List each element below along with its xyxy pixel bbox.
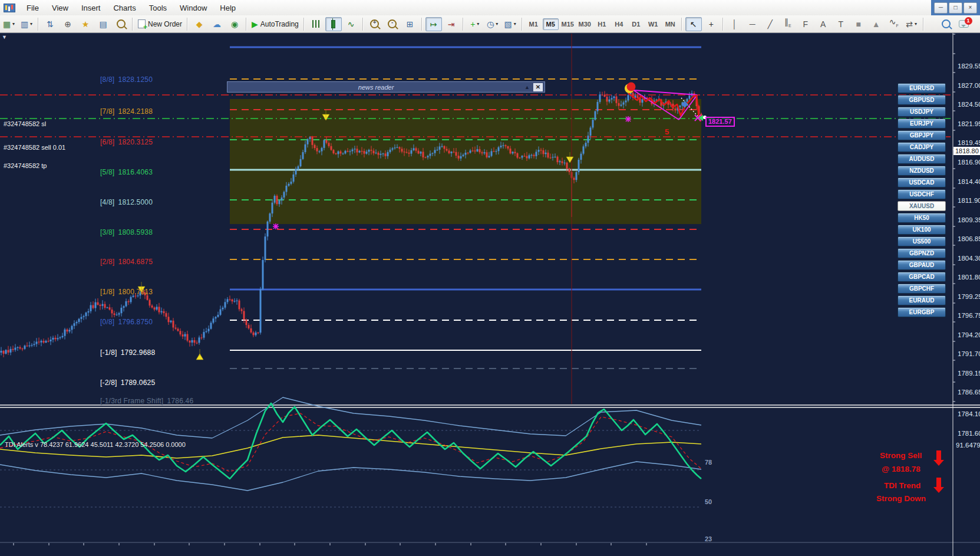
symbol-button-cadjpy[interactable]: CADJPY [897, 142, 946, 152]
horizontal-line-tool[interactable]: ─ [744, 17, 761, 31]
tile-windows-button[interactable]: ⊞ [402, 17, 418, 31]
symbol-button-uk100[interactable]: UK100 [897, 225, 946, 235]
cursor-tool[interactable]: ↖ [685, 17, 702, 31]
menu-charts[interactable]: Charts [107, 1, 142, 15]
data-window-button[interactable]: ⊕ [60, 17, 76, 31]
timeframe-h4[interactable]: H4 [611, 18, 627, 30]
notifications-button[interactable]: 1 [955, 17, 972, 31]
equidistant-channel-tool[interactable]: ∥E [780, 17, 796, 31]
menu-help[interactable]: Help [213, 1, 242, 15]
window-controls: ─□× [931, 0, 980, 15]
menu-tools[interactable]: Tools [143, 1, 173, 15]
chart-shift-button[interactable]: ⇥ [443, 17, 460, 31]
community-button[interactable]: ☁ [209, 17, 225, 31]
text-icon: A [820, 20, 826, 28]
symbol-button-gbpjpy[interactable]: GBPJPY [897, 130, 946, 140]
vertical-line-tool[interactable]: │ [727, 17, 743, 31]
symbol-button-audusd[interactable]: AUDUSD [897, 154, 946, 164]
news-reader-panel[interactable]: news reader ▲ ✕ [227, 81, 545, 93]
symbol-button-usdjpy[interactable]: USDJPY [897, 107, 946, 117]
profiles-button[interactable]: ▥▾ [18, 17, 35, 31]
candlestick-chart-button[interactable] [325, 17, 342, 31]
timeframe-m30[interactable]: M30 [577, 18, 593, 30]
chevron-down-icon: ▾ [477, 21, 479, 27]
indicators-icon: + [470, 20, 475, 28]
new-order-button[interactable]: New Order [136, 17, 184, 31]
symbol-button-usdchf[interactable]: USDCHF [897, 189, 946, 199]
fibo-fan-tool[interactable]: ∿F [886, 17, 902, 31]
timeframe-m5[interactable]: M5 [543, 18, 559, 30]
rectangle-tool[interactable]: ■ [850, 17, 867, 31]
templates-button[interactable]: ▧▾ [502, 17, 519, 31]
notification-badge: 1 [965, 17, 972, 25]
close-button[interactable]: × [963, 2, 977, 14]
symbol-button-gbpcad[interactable]: GBPCAD [897, 272, 946, 282]
new-chart-button[interactable]: ▦▾ [1, 17, 17, 31]
menu-view[interactable]: View [45, 1, 75, 15]
auto-scroll-button[interactable]: ↦ [425, 17, 442, 31]
metaeditor-button[interactable]: ◆ [191, 17, 207, 31]
symbol-button-eurjpy[interactable]: EURJPY [897, 119, 946, 129]
text-label-tool[interactable]: T [833, 17, 849, 31]
bar-chart-button[interactable] [308, 17, 324, 31]
minimize-button[interactable]: ─ [934, 2, 948, 14]
symbol-button-hk50[interactable]: HK50 [897, 213, 946, 223]
symbol-button-xauusd[interactable]: XAUUSD [897, 201, 946, 211]
auto-scroll-icon: ↦ [430, 20, 437, 28]
murrey-level-label: [6/8] 1820.3125 [100, 138, 153, 146]
symbol-button-gbpusd[interactable]: GBPUSD [897, 95, 946, 105]
search-button[interactable] [938, 17, 954, 31]
timeframe-w1[interactable]: W1 [645, 18, 661, 30]
terminal-button[interactable]: ▤ [95, 17, 111, 31]
murrey-level-label: [5/8] 1816.4063 [100, 168, 153, 176]
indicators-button[interactable]: +▾ [467, 17, 483, 31]
murrey-level-label: [-1/3rd Frame Shift] 1786.46 [100, 397, 193, 405]
menu-file[interactable]: File [20, 1, 45, 15]
strategy-tester-button[interactable] [113, 17, 129, 31]
symbol-button-eurgbp[interactable]: EURGBP [897, 307, 946, 317]
news-collapse-icon[interactable]: ▲ [524, 84, 530, 90]
arrows-tool[interactable]: ⇄▾ [903, 17, 920, 31]
rectangle-icon: ■ [856, 20, 861, 28]
symbol-button-gbpchf[interactable]: GBPCHF [897, 284, 946, 294]
chart-area[interactable]: ▼ news reader ▲ ✕ [8/8] 1828.1250[7/8] 1… [0, 32, 980, 556]
search-icon [942, 19, 951, 28]
periods-button[interactable]: ◷▾ [484, 17, 501, 31]
chart-dropdown-caret[interactable]: ▼ [2, 34, 7, 40]
symbol-button-nzdusd[interactable]: NZDUSD [897, 166, 946, 176]
maximize-button[interactable]: □ [949, 2, 962, 14]
market-watch-button[interactable]: ⇅ [42, 17, 58, 31]
timeframe-h1[interactable]: H1 [594, 18, 610, 30]
symbol-button-eurusd[interactable]: EURUSD [897, 83, 946, 93]
trendline-tool[interactable]: ╱ [762, 17, 778, 31]
line-chart-button[interactable]: ∿ [343, 17, 359, 31]
symbol-button-euraud[interactable]: EURAUD [897, 295, 946, 305]
triangle-tool[interactable]: ▲ [868, 17, 885, 31]
timeframe-m1[interactable]: M1 [526, 18, 542, 30]
signals-button[interactable]: ◉ [226, 17, 243, 31]
news-close-icon[interactable]: ✕ [533, 83, 543, 91]
crosshair-tool[interactable]: + [703, 17, 720, 31]
fibonacci-tool[interactable]: F [797, 17, 814, 31]
text-tool[interactable]: A [815, 17, 831, 31]
timeframe-mn[interactable]: MN [662, 18, 678, 30]
menu-insert[interactable]: Insert [75, 1, 107, 15]
toolbar-separator [463, 18, 464, 31]
symbol-button-us500[interactable]: US500 [897, 236, 946, 246]
symbol-button-gbpaud[interactable]: GBPAUD [897, 260, 946, 270]
navigator-button[interactable]: ★ [77, 17, 94, 31]
signals-icon: ◉ [231, 20, 238, 28]
symbol-button-gbpnzd[interactable]: GBPNZD [897, 248, 946, 258]
menu-window[interactable]: Window [173, 1, 213, 15]
vertical-line-icon: │ [732, 20, 737, 28]
symbol-button-usdcad[interactable]: USDCAD [897, 177, 946, 187]
timeframe-m15[interactable]: M15 [560, 18, 576, 30]
zoom-in-button[interactable]: + [367, 17, 383, 31]
autotrading-button[interactable]: ▶AutoTrading [250, 17, 301, 31]
zoom-out-button[interactable]: - [384, 17, 401, 31]
timeframe-d1[interactable]: D1 [628, 18, 644, 30]
price-tick: 1786.65 [958, 389, 980, 396]
price-tick: 1811.90 [958, 197, 980, 204]
chart-shift-icon: ⇥ [448, 20, 455, 28]
toolbar-separator [522, 18, 523, 31]
